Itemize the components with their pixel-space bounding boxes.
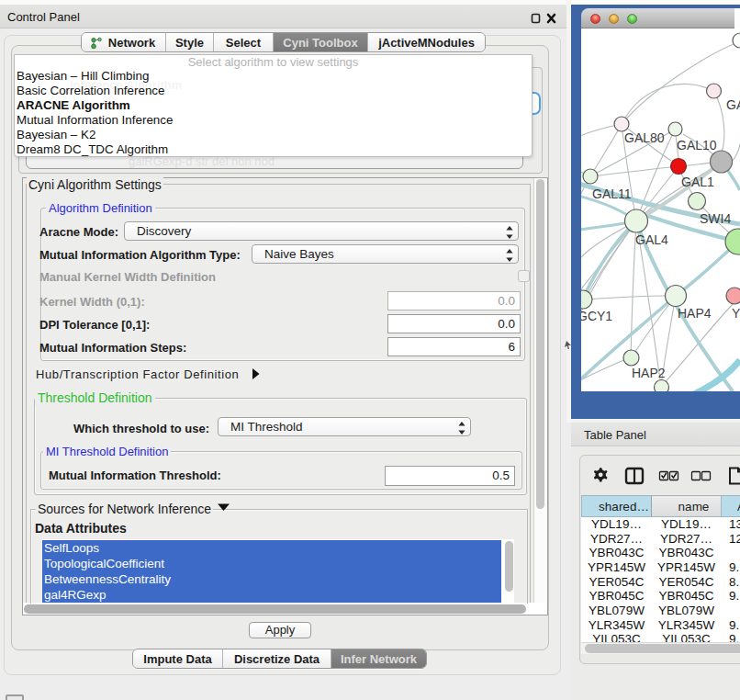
svg-text:HAP2: HAP2: [632, 366, 666, 380]
svg-text:SWI4: SWI4: [700, 211, 731, 226]
svg-text:GAL1: GAL1: [681, 175, 714, 189]
svg-text:GCY1: GCY1: [581, 309, 612, 323]
svg-text:GAL10: GAL10: [677, 138, 717, 152]
svg-text:Y: Y: [732, 306, 740, 321]
svg-text:GAL4: GAL4: [635, 232, 668, 247]
svg-text:HAP4: HAP4: [678, 306, 712, 321]
svg-text:GAL80: GAL80: [624, 130, 665, 145]
svg-text:GAL11: GAL11: [592, 186, 632, 201]
svg-text:GAL2: GAL2: [726, 97, 740, 112]
